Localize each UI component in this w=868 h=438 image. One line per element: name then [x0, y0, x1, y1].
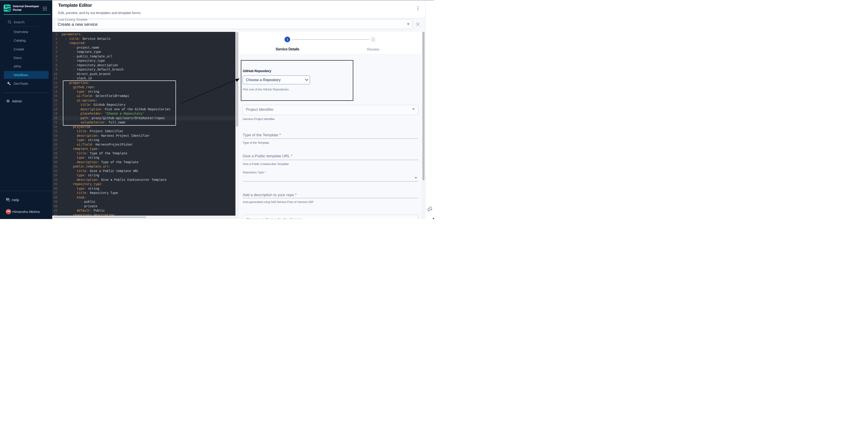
svg-text:?: ? — [7, 198, 8, 200]
